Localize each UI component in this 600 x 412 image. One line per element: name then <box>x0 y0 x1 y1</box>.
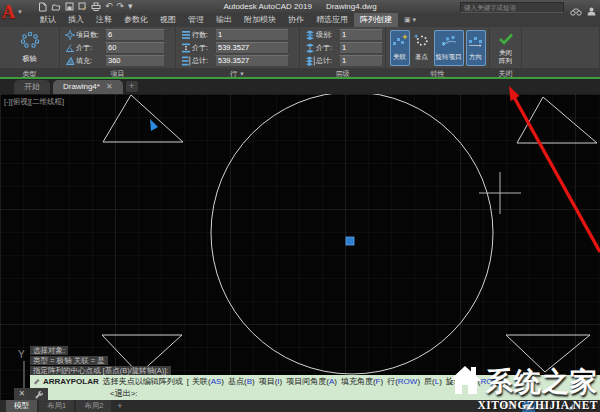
ribbon-panel-items: 项目数:6介于:60填充:360 项目 <box>60 27 176 79</box>
file-tab-开始[interactable]: 开始 <box>14 80 50 94</box>
wrench-icon[interactable] <box>34 390 43 399</box>
redo-icon[interactable]: ↷ <box>117 2 125 11</box>
save-icon[interactable] <box>65 2 74 11</box>
angle-between-icon <box>65 43 75 53</box>
menu-tab-阵列创建[interactable]: 阵列创建 <box>354 13 398 27</box>
triangle-entity[interactable] <box>517 97 597 143</box>
layout-tab-布局1[interactable]: 布局1 <box>39 400 74 412</box>
command-option[interactable]: 层(L) <box>424 377 442 386</box>
qat-menu-icon[interactable]: ▾ <box>128 2 133 11</box>
items-row-label: 介于: <box>76 43 103 53</box>
command-option[interactable]: 项目(I) <box>259 377 283 386</box>
plot-icon[interactable] <box>91 2 101 11</box>
command-prompt-line[interactable]: ARRAYPOLAR 选择夹点以编辑阵列或 [ 关联(AS)基点(B)项目(I)… <box>30 375 600 388</box>
open-file-icon[interactable] <box>51 2 61 11</box>
items-row-label: 项目数: <box>76 30 103 40</box>
close-icon[interactable]: ✕ <box>106 80 113 94</box>
menu-tab-附加模块[interactable]: 附加模块 <box>238 13 282 27</box>
rows-value-field[interactable]: 1 <box>215 29 289 41</box>
command-option[interactable]: 行(ROW) <box>387 377 420 386</box>
items-value-field[interactable]: 360 <box>105 55 165 67</box>
new-file-icon[interactable] <box>38 2 47 12</box>
exit-prompt[interactable]: <退出>: <box>48 388 600 400</box>
ribbon-display-toggle-icon[interactable]: ▣ ▾ <box>398 13 422 27</box>
help-search-input[interactable]: 键入关键字或短语 <box>460 2 564 13</box>
command-option[interactable]: 基点(B) <box>228 377 255 386</box>
osnap-icon[interactable]: □ <box>576 401 581 412</box>
levels-row-label: 总计: <box>316 56 337 66</box>
triangle-entity[interactable] <box>103 95 183 142</box>
levels-value-field[interactable]: 1 <box>339 29 383 41</box>
annotation-icon[interactable]: + <box>584 401 589 412</box>
command-option[interactable]: 项目间角度(A) <box>286 377 337 386</box>
option-key-letter: A <box>329 377 334 386</box>
command-input-line[interactable]: ✕ <退出>: <box>14 388 600 400</box>
snap-icon[interactable]: ▤ <box>538 401 546 412</box>
menu-tab-协作[interactable]: 协作 <box>282 13 310 27</box>
command-option[interactable]: 关联(AS) <box>192 377 224 386</box>
command-option[interactable]: 旋转项目(ROT) <box>446 377 500 386</box>
menu-tab-插入[interactable]: 插入 <box>62 13 90 27</box>
rows-value-field[interactable]: 539.3527 <box>215 42 289 54</box>
file-tab-Drawing4*[interactable]: Drawing4*✕ <box>53 80 123 94</box>
grid-icon[interactable]: ▦ <box>522 401 535 412</box>
levels-value-field[interactable]: 1 <box>339 42 383 54</box>
app-name: Autodesk AutoCAD 2019 <box>223 2 312 11</box>
menu-tab-管理[interactable]: 管理 <box>182 13 210 27</box>
isodraft-icon[interactable]: ◢ <box>567 401 573 412</box>
menu-tab-视图[interactable]: 视图 <box>154 13 182 27</box>
triangle-entity[interactable] <box>506 335 590 372</box>
save-as-icon[interactable] <box>78 2 87 11</box>
ribbon-panel-type: 极轴 类型 <box>0 27 60 79</box>
close-icon[interactable]: ✕ <box>19 390 26 398</box>
menu-tab-精选应用[interactable]: 精选应用 <box>310 13 354 27</box>
close-array-button[interactable]: 关闭 阵列 <box>496 30 516 65</box>
ortho-icon[interactable]: ∟ <box>549 401 557 412</box>
items-row: 项目数:6 <box>65 29 173 41</box>
layout-tab-布局2[interactable]: 布局2 <box>76 400 111 412</box>
workspace-icon[interactable]: ▾ <box>592 401 596 412</box>
rows-value-field[interactable]: 539.3527 <box>215 55 289 67</box>
search-placeholder: 键入关键字或短语 <box>461 3 563 12</box>
command-history-line: 指定阵列的中心点或 [基点(B)/旋转轴(A)]: <box>30 366 171 375</box>
polar-array-type-button[interactable]: 极轴 <box>16 30 44 65</box>
circle-entity[interactable] <box>211 94 493 374</box>
menu-tab-默认[interactable]: 默认 <box>34 13 62 27</box>
levels-value-field[interactable]: 1 <box>339 55 383 67</box>
new-layout-button[interactable]: + <box>113 401 126 411</box>
status-model-label[interactable]: 模型 <box>502 401 517 411</box>
viewport-controls[interactable]: [-][俯视][二维线框] <box>4 97 64 107</box>
button-label: 旋转项目 <box>436 53 462 62</box>
polar-array-icon <box>20 31 40 53</box>
file-tab-label: 开始 <box>24 80 40 94</box>
application-menu-button[interactable]: A ▼ <box>2 0 34 25</box>
关联-button[interactable]: 关联 <box>390 30 410 66</box>
sign-in-icon[interactable] <box>587 2 596 20</box>
option-key-letter: L <box>435 377 439 386</box>
center-grip[interactable] <box>346 237 354 245</box>
layout-tab-模型[interactable]: 模型 <box>6 400 37 412</box>
旋转项目-button[interactable]: 旋转项目 <box>434 30 464 66</box>
command-history-line: 类型 = 极轴 关联 = 是 <box>30 356 108 365</box>
panel-footer-rows[interactable]: 行▼ <box>176 68 299 79</box>
row-count-icon <box>181 30 191 40</box>
menu-tab-参数化[interactable]: 参数化 <box>118 13 154 27</box>
ribbon-tab-row: 默认插入注释参数化视图管理输出附加模块协作精选应用阵列创建▣ ▾ <box>0 13 600 27</box>
menu-tab-注释[interactable]: 注释 <box>90 13 118 27</box>
方向-button[interactable]: 方向 <box>466 30 486 66</box>
button-label: 方向 <box>469 53 482 62</box>
command-prompt-text: 选择夹点以编辑阵列或 <box>103 376 183 387</box>
new-drawing-tab-button[interactable]: + <box>126 81 138 92</box>
menu-tab-输出[interactable]: 输出 <box>210 13 238 27</box>
ribbon-panel-rows: 行数:1介于:539.3527总计:539.3527 行▼ <box>176 27 300 79</box>
type-button-label: 极轴 <box>23 54 37 64</box>
command-option[interactable]: 填充角度(F) <box>341 377 383 386</box>
option-key-letter: ROT <box>481 377 498 386</box>
items-value-field[interactable]: 6 <box>105 29 165 41</box>
polar-tracking-icon[interactable]: ◔ <box>559 401 564 412</box>
undo-icon[interactable]: ↶ <box>105 2 113 11</box>
items-value-field[interactable]: 60 <box>105 42 165 54</box>
file-tab-label: Drawing4* <box>63 80 100 94</box>
search-binoculars-icon[interactable] <box>570 2 582 20</box>
基点-button[interactable]: 基点 <box>412 30 432 66</box>
